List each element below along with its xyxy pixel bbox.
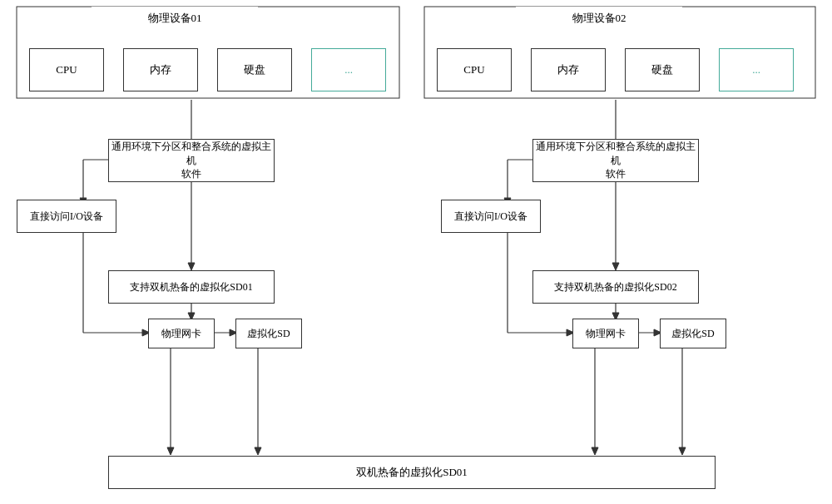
etc01-box: ... [311,48,386,91]
vm02-label: 通用环境下分区和整合系统的虚拟主机 软件 [533,140,698,181]
mem02-label: 内存 [557,62,579,77]
svg-marker-37 [679,447,686,455]
vsd02-label: 虚拟化SD [671,327,714,341]
sd02-box: 支持双机热备的虚拟化SD02 [532,270,699,304]
phys02-box: 物理设备02 [516,7,682,30]
io02-box: 直接访问I/O设备 [441,200,541,233]
cpu01-label: CPU [56,62,77,77]
etc02-label: ... [752,62,760,77]
diagram: 物理设备01 物理设备02 CPU 内存 硬盘 ... CPU 内存 硬盘 ..… [0,0,832,504]
io02-label: 直接访问I/O设备 [454,210,527,224]
disk01-label: 硬盘 [244,62,265,77]
vsd02-box: 虚拟化SD [660,319,726,348]
mem02-box: 内存 [531,48,606,91]
vm01-label: 通用环境下分区和整合系统的虚拟主机 软件 [109,140,274,181]
etc01-label: ... [344,62,353,77]
bottom-box: 双机热备的虚拟化SD01 [108,456,716,489]
cpu02-label: CPU [463,62,484,77]
nic02-label: 物理网卡 [586,327,626,341]
disk02-label: 硬盘 [651,62,673,77]
nic01-box: 物理网卡 [148,319,215,348]
phys01-box: 物理设备01 [92,7,258,30]
phys02-label: 物理设备02 [572,11,626,26]
nic01-label: 物理网卡 [161,327,201,341]
svg-marker-35 [592,447,598,455]
io01-box: 直接访问I/O设备 [17,200,116,233]
sd02-label: 支持双机热备的虚拟化SD02 [554,280,676,294]
svg-marker-5 [188,263,195,270]
vm01-box: 通用环境下分区和整合系统的虚拟主机 软件 [108,139,275,182]
sd01-label: 支持双机热备的虚拟化SD01 [130,280,252,294]
bottom-label: 双机热备的虚拟化SD01 [356,465,468,480]
cpu02-box: CPU [437,48,512,91]
vsd01-label: 虚拟化SD [247,327,290,341]
vsd01-box: 虚拟化SD [235,319,302,348]
nic02-box: 物理网卡 [572,319,639,348]
io01-label: 直接访问I/O设备 [30,210,103,224]
svg-marker-9 [612,263,619,270]
svg-marker-33 [255,447,261,455]
cpu01-box: CPU [29,48,104,91]
mem01-label: 内存 [150,62,171,77]
sd01-box: 支持双机热备的虚拟化SD01 [108,270,275,304]
etc02-box: ... [719,48,794,91]
svg-marker-31 [167,447,174,455]
mem01-box: 内存 [123,48,198,91]
disk01-box: 硬盘 [217,48,292,91]
phys01-label: 物理设备01 [148,11,202,26]
vm02-box: 通用环境下分区和整合系统的虚拟主机 软件 [532,139,699,182]
disk02-box: 硬盘 [625,48,700,91]
